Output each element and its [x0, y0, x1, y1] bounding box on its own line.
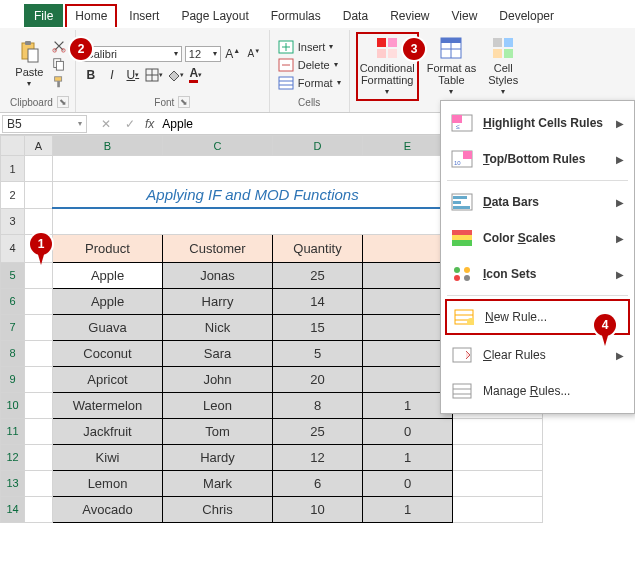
fill-color-button[interactable]: ▾: [166, 66, 184, 84]
cell-B10[interactable]: Watermelon: [53, 392, 163, 418]
borders-button[interactable]: ▾: [145, 66, 163, 84]
cell-C12[interactable]: Hardy: [163, 444, 273, 470]
cell-C14[interactable]: Chris: [163, 496, 273, 522]
cell-C7[interactable]: Nick: [163, 314, 273, 340]
italic-button[interactable]: I: [103, 66, 121, 84]
cell-D8[interactable]: 5: [273, 340, 363, 366]
col-head-D[interactable]: D: [273, 136, 363, 156]
row-head-8[interactable]: 8: [1, 340, 25, 366]
cell-E13[interactable]: 0: [363, 470, 453, 496]
bold-button[interactable]: B: [82, 66, 100, 84]
cell-E9[interactable]: [363, 366, 453, 392]
cell-B11[interactable]: Jackfruit: [53, 418, 163, 444]
cell-D6[interactable]: 14: [273, 288, 363, 314]
dd-color-scales[interactable]: Color Scales ▶: [441, 220, 634, 256]
name-box[interactable]: B5▾: [2, 115, 87, 133]
cell-B6[interactable]: Apple: [53, 288, 163, 314]
tab-home[interactable]: Home: [65, 4, 117, 27]
col-head-C[interactable]: C: [163, 136, 273, 156]
cell-E5[interactable]: [363, 262, 453, 288]
col-head-B[interactable]: B: [53, 136, 163, 156]
row-head-5[interactable]: 5: [1, 262, 25, 288]
cell-B5[interactable]: Apple: [53, 262, 163, 288]
row-head-13[interactable]: 13: [1, 470, 25, 496]
enter-formula-button[interactable]: ✓: [121, 115, 139, 133]
tab-insert[interactable]: Insert: [119, 4, 169, 27]
cut-button[interactable]: [51, 38, 67, 54]
cell-D11[interactable]: 25: [273, 418, 363, 444]
dd-icon-sets[interactable]: Icon Sets ▶: [441, 256, 634, 292]
cell-D10[interactable]: 8: [273, 392, 363, 418]
cell-D14[interactable]: 10: [273, 496, 363, 522]
tab-file[interactable]: File: [24, 4, 63, 27]
tab-formulas[interactable]: Formulas: [261, 4, 331, 27]
tab-view[interactable]: View: [442, 4, 488, 27]
increase-font-button[interactable]: A▲: [224, 45, 242, 63]
clipboard-launcher[interactable]: ⬊: [57, 96, 69, 108]
cell-E10[interactable]: 1: [363, 392, 453, 418]
copy-button[interactable]: [51, 56, 67, 72]
font-size-combo[interactable]: 12▾: [185, 46, 221, 62]
cell-E6[interactable]: [363, 288, 453, 314]
cell-C6[interactable]: Harry: [163, 288, 273, 314]
underline-button[interactable]: U▾: [124, 66, 142, 84]
font-launcher[interactable]: ⬊: [178, 96, 190, 108]
col-head-E[interactable]: E: [363, 136, 453, 156]
insert-cells-button[interactable]: Insert ▾: [276, 39, 343, 55]
tab-page-layout[interactable]: Page Layout: [171, 4, 258, 27]
cell-D13[interactable]: 6: [273, 470, 363, 496]
cell-D12[interactable]: 12: [273, 444, 363, 470]
dd-data-bars[interactable]: Data Bars ▶: [441, 184, 634, 220]
row-head-1[interactable]: 1: [1, 156, 25, 182]
cell-D5[interactable]: 25: [273, 262, 363, 288]
cell-C11[interactable]: Tom: [163, 418, 273, 444]
format-cells-button[interactable]: Format ▾: [276, 75, 343, 91]
cancel-formula-button[interactable]: ✕: [97, 115, 115, 133]
row-head-7[interactable]: 7: [1, 314, 25, 340]
cell-styles-button[interactable]: Cell Styles▾: [484, 34, 522, 99]
cell-C8[interactable]: Sara: [163, 340, 273, 366]
row-head-2[interactable]: 2: [1, 182, 25, 209]
row-head-12[interactable]: 12: [1, 444, 25, 470]
format-as-table-button[interactable]: Format as Table▾: [423, 34, 481, 99]
row-head-11[interactable]: 11: [1, 418, 25, 444]
cell-B7[interactable]: Guava: [53, 314, 163, 340]
dd-highlight-rules[interactable]: ≤ Highlight Cells Rules ▶: [441, 105, 634, 141]
tab-review[interactable]: Review: [380, 4, 439, 27]
cell-B8[interactable]: Coconut: [53, 340, 163, 366]
font-color-button[interactable]: A▾: [187, 66, 205, 84]
cell-E8[interactable]: [363, 340, 453, 366]
cell-D7[interactable]: 15: [273, 314, 363, 340]
cell-B9[interactable]: Apricot: [53, 366, 163, 392]
cell-E14[interactable]: 1: [363, 496, 453, 522]
row-head-3[interactable]: 3: [1, 208, 25, 234]
col-head-A[interactable]: A: [25, 136, 53, 156]
cell-B14[interactable]: Avocado: [53, 496, 163, 522]
cell-E11[interactable]: 0: [363, 418, 453, 444]
font-name-combo[interactable]: Calibri▾: [82, 46, 182, 62]
cell-C10[interactable]: Leon: [163, 392, 273, 418]
delete-cells-button[interactable]: Delete ▾: [276, 57, 343, 73]
cell-E7[interactable]: [363, 314, 453, 340]
row-head-9[interactable]: 9: [1, 366, 25, 392]
cell-E12[interactable]: 1: [363, 444, 453, 470]
format-painter-button[interactable]: [51, 74, 67, 90]
tab-developer[interactable]: Developer: [489, 4, 564, 27]
decrease-font-button[interactable]: A▼: [245, 45, 263, 63]
cell-B13[interactable]: Lemon: [53, 470, 163, 496]
row-head-6[interactable]: 6: [1, 288, 25, 314]
select-all-corner[interactable]: [1, 136, 25, 156]
paste-button[interactable]: Paste ▾: [11, 38, 47, 91]
cell-C9[interactable]: John: [163, 366, 273, 392]
dd-manage-rules[interactable]: Manage Rules...: [441, 373, 634, 409]
row-head-10[interactable]: 10: [1, 392, 25, 418]
row-head-14[interactable]: 14: [1, 496, 25, 522]
cell-B12[interactable]: Kiwi: [53, 444, 163, 470]
dd-top-bottom[interactable]: 10 Top/Bottom Rules ▶: [441, 141, 634, 177]
cell-C5[interactable]: Jonas: [163, 262, 273, 288]
cell-C13[interactable]: Mark: [163, 470, 273, 496]
tab-data[interactable]: Data: [333, 4, 378, 27]
fx-icon[interactable]: fx: [145, 117, 154, 131]
cell-D9[interactable]: 20: [273, 366, 363, 392]
row-head-4[interactable]: 4: [1, 234, 25, 262]
